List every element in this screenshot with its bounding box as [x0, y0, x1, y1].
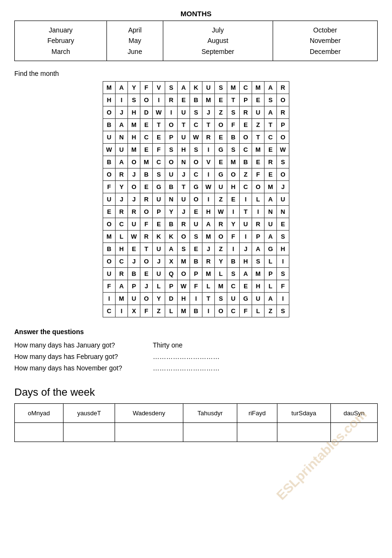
- wordsearch-cell: G: [265, 243, 277, 255]
- wordsearch-cell: J: [116, 193, 128, 206]
- wordsearch-cell: R: [116, 168, 128, 181]
- wordsearch-cell: I: [202, 305, 215, 317]
- wordsearch-cell: Y: [215, 255, 227, 268]
- wordsearch-cell: Y: [128, 82, 140, 94]
- wordsearch-cell: O: [190, 193, 202, 206]
- wordsearch-cell: I: [202, 144, 215, 156]
- wordsearch-cell: O: [240, 131, 252, 144]
- wordsearch-cell: V: [153, 82, 165, 94]
- wordsearch-cell: E: [215, 156, 227, 168]
- wordsearch-cell: T: [178, 119, 190, 131]
- months-cell: JanuaryFebruaryMarch: [15, 21, 107, 61]
- wordsearch-grid: MAYFVSAKUSMCMARHISOIREBMETPESOOJHDWIUSJZ…: [103, 81, 289, 317]
- wordsearch-cell: I: [240, 231, 252, 243]
- wordsearch-cell: A: [265, 106, 277, 119]
- wordsearch-cell: T: [140, 243, 153, 255]
- wordsearch-cell: Z: [215, 193, 227, 206]
- wordsearch-cell: E: [265, 168, 277, 181]
- wordsearch-cell: M: [252, 144, 265, 156]
- wordsearch-cell: S: [227, 106, 240, 119]
- wordsearch-cell: F: [140, 305, 153, 317]
- wordsearch-cell: S: [277, 156, 289, 168]
- wordsearch-cell: C: [116, 255, 128, 268]
- wordsearch-cell: I: [252, 206, 265, 218]
- wordsearch-cell: S: [277, 268, 289, 280]
- wordsearch-cell: E: [153, 131, 165, 144]
- answer-label: Answer the questions: [14, 328, 378, 336]
- wordsearch-cell: W: [190, 131, 202, 144]
- days-empty-cell: [63, 423, 115, 442]
- wordsearch-cell: I: [277, 293, 289, 305]
- question-row: How many days has February got?…………………………: [14, 353, 378, 360]
- wordsearch-cell: G: [190, 181, 202, 193]
- wordsearch-cell: E: [215, 131, 227, 144]
- wordsearch-cell: N: [165, 193, 178, 206]
- wordsearch-cell: R: [240, 106, 252, 119]
- wordsearch-cell: U: [215, 181, 227, 193]
- wordsearch-cell: C: [240, 144, 252, 156]
- wordsearch-cell: I: [165, 106, 178, 119]
- wordsearch-cell: I: [240, 193, 252, 206]
- wordsearch-cell: E: [128, 243, 140, 255]
- wordsearch-cell: M: [252, 268, 265, 280]
- wordsearch-cell: M: [178, 255, 190, 268]
- wordsearch-cell: L: [202, 280, 215, 293]
- wordsearch-cell: E: [265, 144, 277, 156]
- wordsearch-cell: H: [227, 181, 240, 193]
- wordsearch-cell: M: [265, 181, 277, 193]
- wordsearch-cell: R: [277, 106, 289, 119]
- wordsearch-cell: O: [140, 255, 153, 268]
- wordsearch-cell: A: [202, 218, 215, 231]
- wordsearch-cell: S: [277, 231, 289, 243]
- wordsearch-cell: P: [190, 268, 202, 280]
- wordsearch-cell: E: [240, 280, 252, 293]
- wordsearch-cell: A: [116, 119, 128, 131]
- wordsearch-cell: U: [240, 218, 252, 231]
- wordsearch-cell: V: [202, 156, 215, 168]
- wordsearch-cell: S: [227, 268, 240, 280]
- wordsearch-cell: N: [116, 131, 128, 144]
- wordsearch-cell: P: [240, 94, 252, 106]
- wordsearch-cell: G: [153, 181, 165, 193]
- days-header-cell: dauSyn: [331, 404, 378, 423]
- question-text: How many days has January got?: [14, 341, 153, 349]
- wordsearch-cell: U: [227, 293, 240, 305]
- days-header-cell: riFayd: [237, 404, 277, 423]
- wordsearch-cell: S: [190, 231, 202, 243]
- wordsearch-cell: J: [178, 168, 190, 181]
- wordsearch-cell: C: [227, 305, 240, 317]
- wordsearch-cell: U: [103, 193, 116, 206]
- wordsearch-cell: U: [265, 218, 277, 231]
- wordsearch-cell: U: [252, 293, 265, 305]
- wordsearch-cell: C: [240, 82, 252, 94]
- wordsearch-cell: R: [202, 255, 215, 268]
- wordsearch-cell: S: [252, 255, 265, 268]
- wordsearch-cell: T: [202, 293, 215, 305]
- wordsearch-cell: G: [240, 293, 252, 305]
- wordsearch-cell: L: [153, 280, 165, 293]
- wordsearch-cell: Z: [252, 119, 265, 131]
- wordsearch-cell: U: [116, 144, 128, 156]
- wordsearch-cell: I: [153, 94, 165, 106]
- wordsearch-cell: C: [103, 305, 116, 317]
- wordsearch-cell: K: [190, 82, 202, 94]
- wordsearch-cell: O: [103, 255, 116, 268]
- wordsearch-cell: H: [178, 293, 190, 305]
- wordsearch-cell: C: [140, 131, 153, 144]
- wordsearch-cell: C: [190, 168, 202, 181]
- wordsearch-cell: S: [227, 144, 240, 156]
- wordsearch-cell: E: [277, 218, 289, 231]
- wordsearch-cell: P: [277, 119, 289, 131]
- wordsearch-cell: U: [103, 131, 116, 144]
- question-row: How many days has November got?…………………………: [14, 364, 378, 372]
- wordsearch-cell: W: [153, 106, 165, 119]
- wordsearch-cell: P: [165, 280, 178, 293]
- wordsearch-cell: E: [240, 119, 252, 131]
- wordsearch-cell: W: [277, 144, 289, 156]
- wordsearch-cell: F: [103, 280, 116, 293]
- wordsearch-cell: I: [277, 255, 289, 268]
- wordsearch-cell: E: [140, 119, 153, 131]
- wordsearch-cell: M: [103, 231, 116, 243]
- wordsearch-cell: J: [277, 181, 289, 193]
- wordsearch-cell: O: [252, 181, 265, 193]
